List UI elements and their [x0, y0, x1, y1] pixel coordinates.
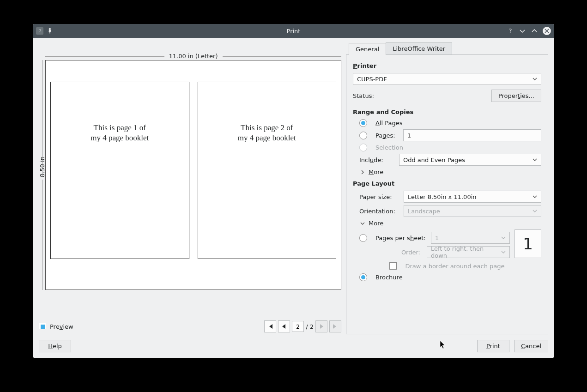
order-label: Order: — [359, 249, 422, 256]
pps-combo: 1 — [431, 232, 510, 244]
page1-line2: my 4 page booklet — [91, 133, 149, 143]
maximize-icon[interactable] — [531, 27, 538, 35]
pages-input[interactable] — [403, 129, 541, 141]
orientation-combo: Landscape — [404, 205, 541, 217]
include-value: Odd and Even Pages — [403, 157, 465, 163]
section-printer: Printer — [353, 62, 541, 69]
border-checkbox — [389, 262, 397, 270]
last-page-button[interactable] — [329, 320, 341, 332]
preview-checkbox-label: Preview — [50, 323, 73, 330]
help-icon[interactable]: ? — [507, 27, 514, 35]
preview-panel: 11.00 in (Letter) 8.50 in This is page 1… — [39, 42, 341, 334]
printer-combo[interactable]: CUPS-PDF — [353, 73, 541, 85]
pps-value: 1 — [435, 235, 439, 241]
radio-selection — [359, 144, 367, 151]
pps-label: Pages per sheet: — [375, 235, 426, 241]
preview-page-2: This is page 2 of my 4 page booklet — [198, 82, 337, 259]
order-value: Left to right, then down — [431, 245, 501, 259]
close-button[interactable] — [543, 27, 551, 35]
properties-button[interactable]: Properties... — [491, 90, 541, 102]
orientation-value: Landscape — [408, 208, 440, 215]
app-icon: P — [36, 27, 43, 35]
preview-page-1: This is page 1 of my 4 page booklet — [50, 82, 189, 259]
svg-text:?: ? — [509, 27, 512, 34]
orientation-label: Orientation: — [359, 208, 399, 215]
preview-checkbox[interactable] — [39, 323, 46, 330]
minimize-icon[interactable] — [519, 27, 526, 35]
paper-size-label: Paper size: — [359, 193, 399, 200]
pin-icon[interactable] — [46, 27, 54, 35]
prev-page-button[interactable] — [278, 320, 290, 332]
first-page-button[interactable] — [264, 320, 276, 332]
range-more-label: More — [369, 169, 383, 175]
page-total-label: / 2 — [306, 323, 314, 330]
page-number-input[interactable] — [292, 321, 304, 332]
cancel-button[interactable]: Cancel — [514, 340, 548, 352]
include-label: Include: — [359, 157, 394, 163]
print-button[interactable]: Print — [477, 340, 509, 352]
radio-all-pages[interactable] — [359, 119, 367, 127]
paper-size-value: Letter 8.50in x 11.00in — [408, 193, 477, 200]
range-more-expander[interactable]: More — [360, 169, 541, 175]
page2-line2: my 4 page booklet — [238, 133, 296, 143]
tab-general[interactable]: General — [349, 43, 386, 55]
preview-sheet: This is page 1 of my 4 page booklet This… — [45, 60, 341, 290]
pages-label: Pages: — [375, 132, 399, 139]
print-dialog: P Print ? 11.00 in (Le — [33, 24, 554, 358]
section-range: Range and Copies — [353, 109, 541, 115]
radio-brochure[interactable] — [359, 273, 367, 281]
help-button[interactable]: Help — [39, 340, 71, 352]
status-label: Status: — [353, 92, 374, 99]
selection-label: Selection — [375, 144, 403, 151]
border-label: Draw a border around each page — [405, 263, 504, 270]
include-combo[interactable]: Odd and Even Pages — [399, 154, 541, 166]
page1-line1: This is page 1 of — [91, 123, 149, 133]
order-combo: Left to right, then down — [427, 246, 510, 258]
radio-pages-per-sheet[interactable] — [359, 234, 367, 242]
titlebar: P Print ? — [33, 24, 554, 38]
page2-line1: This is page 2 of — [238, 123, 296, 133]
all-pages-label: All Pages — [375, 120, 403, 127]
layout-more-label: More — [369, 220, 383, 227]
settings-panel: General LibreOffice Writer Printer CUPS-… — [346, 42, 548, 334]
radio-pages[interactable] — [359, 132, 367, 139]
pps-thumbnail: 1 — [514, 229, 541, 258]
section-layout: Page Layout — [353, 180, 541, 187]
printer-selected: CUPS-PDF — [357, 76, 387, 83]
cursor-icon — [440, 340, 446, 350]
next-page-button[interactable] — [315, 320, 327, 332]
window-title: Print — [33, 28, 554, 35]
paper-size-combo[interactable]: Letter 8.50in x 11.00in — [404, 191, 541, 203]
brochure-label: Brochure — [375, 274, 403, 281]
tab-writer[interactable]: LibreOffice Writer — [386, 42, 452, 54]
layout-more-expander[interactable]: More — [360, 220, 541, 227]
